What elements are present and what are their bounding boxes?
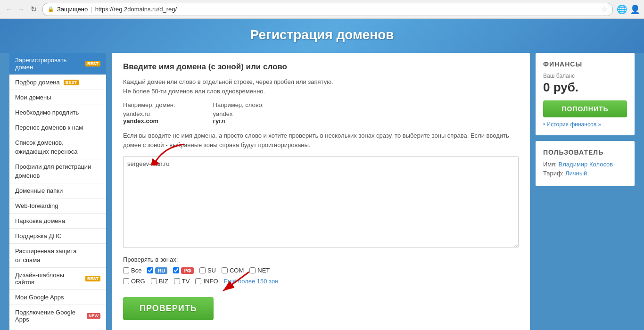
zone-rf-badge: РФ (181, 267, 194, 274)
zone-org-label: ORG (131, 278, 145, 285)
content-area: Введите имя домена (с зоной) или слово К… (112, 53, 635, 330)
sidebar-item-transfer[interactable]: Перенос доменов к нам (9, 120, 106, 135)
zone-biz[interactable]: BIZ (151, 278, 168, 285)
zone-all-label: Все (131, 267, 141, 274)
example-domain-2: yandex.com (123, 117, 175, 124)
sidebar-item-label: Web-forwarding (15, 202, 58, 209)
zone-su-checkbox[interactable] (199, 267, 206, 273)
zone-ru[interactable]: RU (147, 267, 167, 274)
zone-ru-badge: RU (155, 267, 167, 274)
check-button[interactable]: ПРОВЕРИТЬ (123, 297, 214, 320)
address-bar[interactable]: 🔒 Защищено | https://reg.2domains.ru/d_r… (42, 3, 613, 16)
extensions-icon: 🌐 (617, 4, 627, 15)
topup-button[interactable]: ПОПОЛНИТЬ (543, 100, 627, 117)
forward-button[interactable]: → (16, 4, 26, 15)
sidebar-item-dns[interactable]: Поддержка ДНС (9, 229, 106, 244)
user-widget: ПОЛЬЗОВАТЕЛЬ Имя: Владимир Колосов Тариф… (536, 141, 635, 186)
zone-all[interactable]: Все (123, 267, 141, 274)
sidebar-item-label: Необходимо продлить (15, 109, 79, 116)
sidebar-item-label: Подбор домена (15, 79, 60, 86)
user-tariff-link[interactable]: Личный (565, 170, 587, 177)
sidebar-item-label: Список доменов, (15, 139, 64, 146)
back-button[interactable]: ← (4, 4, 14, 15)
sidebar-item-label: Подключение Google Apps (15, 309, 83, 323)
zone-net-label: NET (257, 267, 270, 274)
finance-history-link[interactable]: • История финансов » (543, 121, 627, 128)
zone-tv-checkbox[interactable] (174, 278, 180, 284)
domain-warning: Если вы вводите не имя домена, а просто … (123, 131, 519, 149)
example-domain-title: Например, домен: (123, 101, 175, 108)
sidebar-item-spam[interactable]: Расширенная защита от спама (9, 244, 106, 268)
sidebar-item-folders[interactable]: Доменные папки (9, 183, 106, 198)
best-badge: BEST (85, 61, 100, 66)
sidebar-item-design[interactable]: Дизайн-шаблоны сайтов BEST (9, 268, 106, 290)
textarea-container: sergeev-ivan.ru (123, 156, 519, 249)
browser-actions: 🌐 👤 (617, 4, 640, 15)
sidebar-item-label: Доменные папки (15, 187, 63, 194)
finance-title: ФИНАНСЫ (543, 60, 627, 68)
user-title: ПОЛЬЗОВАТЕЛЬ (543, 148, 627, 156)
sidebar-item-connect-google-apps[interactable]: Подключение Google Apps NEW (9, 305, 106, 327)
zone-ru-checkbox[interactable] (147, 267, 153, 273)
zone-info-checkbox[interactable] (195, 278, 201, 284)
zone-org[interactable]: ORG (123, 278, 145, 285)
zone-rf-checkbox[interactable] (173, 267, 179, 273)
sidebar-item-my-domains[interactable]: Мои домены (9, 90, 106, 105)
sidebar-item-webforward[interactable]: Web-forwarding (9, 198, 106, 214)
sidebar-item-label2: ожидающих переноса (15, 148, 78, 155)
site-header: Регистрация доменов (0, 19, 644, 53)
reload-button[interactable]: ↻ (28, 4, 39, 15)
sidebar-item-need-renew[interactable]: Необходимо продлить (9, 105, 106, 120)
panel-desc-1: Каждый домен или слово в отдельной строк… (123, 77, 519, 96)
user-tariff-label: Тариф: (543, 170, 563, 177)
profile-icon: 👤 (630, 4, 640, 15)
sidebar-item-pending[interactable]: Список доменов, ожидающих переноса (9, 135, 106, 159)
sidebar-item-reg-profiles[interactable]: Профили для регистрации доменов (9, 159, 106, 183)
secure-label: Защищено (57, 6, 88, 13)
sidebar-item-my-google-apps[interactable]: Мои Google Apps (9, 290, 106, 305)
zones-section: Проверять в зонах: Все RU РФ (123, 256, 519, 285)
sidebar-item-label: Зарегистрировать домен (15, 57, 82, 71)
zone-all-checkbox[interactable] (123, 267, 129, 273)
sidebar-item-ssl[interactable]: Мои SSL сертификаты (9, 327, 106, 330)
sidebar-item-domain-search[interactable]: Подбор домена BEST (9, 75, 106, 90)
zones-row-1: Все RU РФ SU (123, 267, 519, 274)
zone-org-checkbox[interactable] (123, 278, 129, 284)
desc-line1: Каждый домен или слово в отдельной строк… (123, 78, 333, 85)
example-word-title: Например, слово: (213, 101, 264, 108)
zone-tv[interactable]: TV (174, 278, 190, 285)
url-text: https://reg.2domains.ru/d_reg/ (95, 6, 598, 13)
finance-widget: ФИНАНСЫ Ваш баланс 0 руб. ПОПОЛНИТЬ • Ис… (536, 53, 635, 135)
main-panel: Введите имя домена (с зоной) или слово К… (112, 53, 530, 330)
check-btn-container: ПРОВЕРИТЬ (123, 289, 214, 320)
sidebar-item-label2: от спама (15, 256, 40, 264)
zone-biz-checkbox[interactable] (151, 278, 157, 284)
best-badge-3: BEST (85, 276, 100, 281)
example-word-2: гугл (213, 117, 264, 124)
nav-buttons: ← → ↻ (4, 4, 39, 15)
lock-icon: 🔒 (48, 6, 54, 12)
zones-label: Проверять в зонах: (123, 256, 519, 263)
user-name-label: Имя: (543, 161, 557, 168)
zone-rf[interactable]: РФ (173, 267, 194, 274)
example-word-block: Например, слово: yandex гугл (213, 101, 264, 124)
page-title: Регистрация доменов (0, 27, 644, 42)
sidebar: Зарегистрировать домен BEST Подбор домен… (9, 53, 106, 330)
zone-tv-label: TV (182, 278, 190, 285)
sidebar-item-register-domain[interactable]: Зарегистрировать домен BEST (9, 53, 106, 75)
example-domain-1: yandex.ru (123, 110, 175, 117)
sidebar-item-label2: доменов (15, 172, 40, 179)
separator: | (91, 6, 92, 13)
sidebar-item-parking[interactable]: Парковка домена (9, 214, 106, 229)
panel-title: Введите имя домена (с зоной) или слово (123, 62, 519, 72)
sidebar-item-label: Поддержка ДНС (15, 232, 62, 239)
user-name-link[interactable]: Владимир Колосов (559, 161, 613, 168)
main-layout: Зарегистрировать домен BEST Подбор домен… (0, 53, 644, 330)
sidebar-item-label: Парковка домена (15, 217, 65, 224)
zones-row-2: ORG BIZ TV INFO Ещё более 150 зон (123, 278, 519, 285)
example-domain-block: Например, домен: yandex.ru yandex.com (123, 101, 175, 124)
bookmark-icon[interactable]: ☆ (601, 5, 608, 14)
right-panel: ФИНАНСЫ Ваш баланс 0 руб. ПОПОЛНИТЬ • Ис… (536, 53, 635, 330)
domain-input[interactable]: sergeev-ivan.ru (123, 156, 519, 248)
user-name-row: Имя: Владимир Колосов (543, 161, 627, 168)
